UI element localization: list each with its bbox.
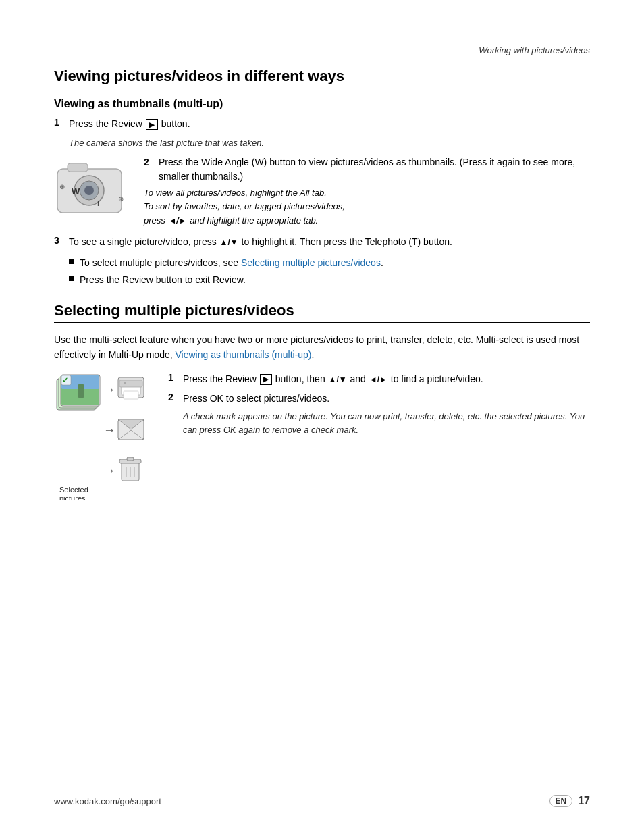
section2-nav-lr: ◄/►	[369, 373, 387, 386]
selecting-link[interactable]: Selecting multiple pictures/videos	[241, 257, 381, 268]
bullet2-text: Press the Review button to exit Review.	[80, 273, 246, 287]
step2-num: 2	[144, 155, 159, 170]
review-button-icon: ▶	[146, 119, 158, 130]
step1-text2: button.	[161, 118, 190, 129]
step2-italic1: To view all pictures/videos, highlight t…	[144, 186, 590, 228]
step1-num: 1	[54, 117, 69, 128]
nav-updown-icon: ▲/▼	[220, 236, 238, 249]
svg-point-3	[84, 186, 94, 195]
svg-text:⊕: ⊕	[118, 195, 124, 203]
footer-url: www.kodak.com/go/support	[54, 796, 161, 806]
header-text: Working with pictures/videos	[479, 45, 590, 55]
section2-content-block: ✓ → →	[54, 372, 590, 502]
step1-italic: The camera shows the last picture that w…	[69, 136, 590, 150]
lang-badge: EN	[549, 795, 573, 807]
step3-num: 3	[54, 235, 69, 246]
step2-text: Press the Wide Angle (W) button to view …	[159, 155, 590, 184]
svg-text:T: T	[96, 199, 101, 207]
bullet-item-2: Press the Review button to exit Review.	[69, 273, 590, 287]
step3: 3 To see a single picture/video, press ▲…	[54, 235, 590, 249]
section2-nav-updown: ▲/▼	[329, 373, 347, 386]
section2-steps: 1 Press the Review ▶ button, then ▲/▼ an…	[168, 372, 590, 438]
bullet-item-1: To select multiple pictures/videos, see …	[69, 256, 590, 270]
camera-image: W T ⊕ ⊕	[54, 155, 132, 225]
section2-and: and	[350, 373, 366, 384]
bullet1-text: To select multiple pictures/videos, see …	[80, 256, 383, 270]
svg-rect-14	[78, 384, 84, 398]
section2: Selecting multiple pictures/videos Use t…	[54, 302, 590, 502]
section2-step1: 1 Press the Review ▶ button, then ▲/▼ an…	[168, 372, 590, 386]
page: Working with pictures/videos Viewing pic…	[0, 0, 644, 834]
svg-text:→: →	[103, 423, 115, 437]
footer-right: EN 17	[549, 795, 590, 807]
section2-desc: Use the multi-select feature when you ha…	[54, 332, 590, 363]
svg-rect-22	[124, 391, 138, 399]
section2-step1-content: Press the Review ▶ button, then ▲/▼ and …	[183, 372, 590, 386]
step2-block: W T ⊕ ⊕ 2 Press the Wide Angle (W) butto…	[54, 155, 590, 228]
page-footer: www.kodak.com/go/support EN 17	[54, 795, 590, 807]
subsection-title: Viewing as thumbnails (multi-up)	[54, 98, 590, 110]
step1-text: Press the Review	[69, 118, 142, 129]
section2-step1-num: 1	[168, 372, 183, 383]
svg-text:✓: ✓	[62, 376, 68, 384]
page-number: 17	[578, 795, 590, 807]
section2-step2-italic: A check mark appears on the picture. You…	[183, 410, 590, 438]
bullet-icon-1	[69, 259, 74, 264]
section2-step2: 2 Press OK to select pictures/videos.	[168, 392, 590, 406]
svg-rect-4	[68, 163, 88, 172]
page-header: Working with pictures/videos	[54, 41, 590, 55]
svg-text:pictures: pictures	[59, 494, 86, 500]
svg-text:W: W	[72, 186, 80, 197]
svg-text:→: →	[103, 464, 115, 477]
step2-content: 2 Press the Wide Angle (W) button to vie…	[144, 155, 590, 228]
bullet-icon-2	[69, 276, 74, 281]
section2-step2-num: 2	[168, 392, 183, 402]
step2-italic4: and highlight the appropriate tab.	[190, 215, 318, 226]
svg-rect-21	[124, 382, 126, 384]
step3-text2: to highlight it. Then press the Telephot…	[242, 236, 452, 247]
svg-rect-31	[127, 457, 134, 461]
step1: 1 Press the Review ▶ button.	[54, 117, 590, 131]
step2-italic3: press	[144, 215, 165, 226]
thumbnails-link[interactable]: Viewing as thumbnails (multi-up)	[175, 349, 311, 360]
section2-review-icon: ▶	[260, 374, 272, 385]
svg-text:→: →	[103, 383, 115, 396]
section1-title: Viewing pictures/videos in different way…	[54, 68, 590, 88]
step3-content: To see a single picture/video, press ▲/▼…	[69, 235, 590, 249]
svg-text:⊕: ⊕	[59, 183, 65, 190]
section2-title: Selecting multiple pictures/videos	[54, 302, 590, 323]
step3-text: To see a single picture/video, press	[69, 236, 217, 247]
svg-text:Selected: Selected	[59, 486, 88, 494]
multiselect-diagram: ✓ → →	[54, 372, 152, 502]
nav-lr-icon-step2: ◄/►	[168, 215, 186, 228]
section2-step2-content: Press OK to select pictures/videos.	[183, 392, 590, 406]
step1-content: Press the Review ▶ button.	[69, 117, 590, 131]
svg-rect-20	[119, 380, 142, 387]
bullet-list: To select multiple pictures/videos, see …	[69, 256, 590, 287]
